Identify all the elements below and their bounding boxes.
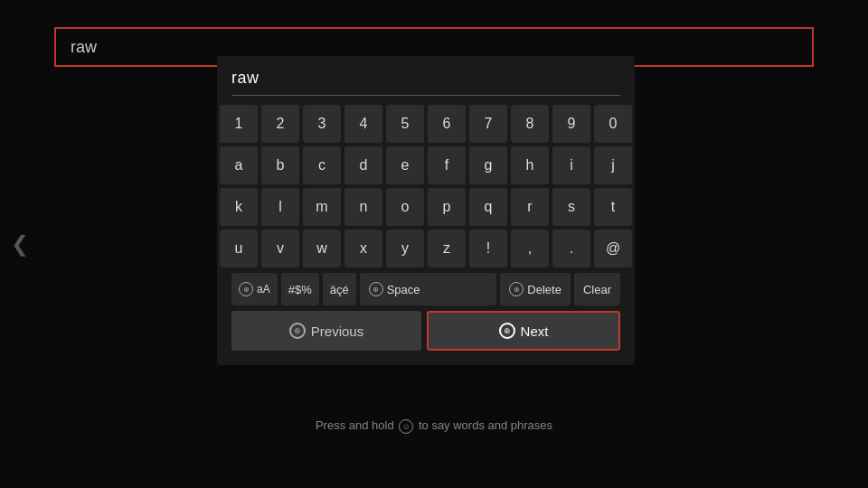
key-p[interactable]: p	[428, 188, 466, 226]
alpha-row-3: u v w x y z ! , . @	[231, 230, 620, 267]
caps-button[interactable]: ⊕ aA	[231, 273, 278, 305]
hash-label: #$%	[288, 283, 312, 296]
key-m[interactable]: m	[303, 188, 341, 226]
next-label: Next	[521, 324, 549, 339]
number-row: 1 2 3 4 5 6 7 8 9 0	[231, 105, 620, 143]
key-c[interactable]: c	[303, 146, 341, 184]
previous-icon: ⊕	[289, 323, 306, 339]
alpha-row-2: k l m n o p q r s t	[231, 188, 620, 226]
function-row: ⊕ aA #$% äçé ⊕ Space ⊕ Delete Clear	[231, 273, 620, 305]
key-o[interactable]: o	[386, 188, 424, 226]
key-a[interactable]: a	[220, 146, 258, 184]
next-icon: ⊕	[499, 323, 515, 339]
key-3[interactable]: 3	[303, 105, 341, 143]
key-4[interactable]: 4	[344, 105, 382, 143]
key-at[interactable]: @	[594, 230, 632, 267]
key-r[interactable]: r	[511, 188, 549, 226]
hint-suffix: to say words and phrases	[419, 418, 552, 432]
key-8[interactable]: 8	[511, 105, 549, 143]
previous-button[interactable]: ⊕ Previous	[231, 311, 421, 351]
key-5[interactable]: 5	[386, 105, 424, 143]
key-j[interactable]: j	[594, 146, 632, 184]
key-v[interactable]: v	[261, 230, 299, 267]
key-u[interactable]: u	[220, 230, 258, 267]
key-2[interactable]: 2	[261, 105, 299, 143]
key-d[interactable]: d	[344, 146, 382, 184]
accents-button[interactable]: äçé	[323, 273, 356, 305]
search-text: raw	[71, 38, 97, 57]
key-t[interactable]: t	[594, 188, 632, 226]
nav-row: ⊕ Previous ⊕ Next	[231, 311, 620, 351]
caps-label: aA	[257, 283, 270, 296]
delete-button[interactable]: ⊕ Delete	[500, 273, 571, 305]
key-f[interactable]: f	[428, 146, 466, 184]
key-n[interactable]: n	[344, 188, 382, 226]
key-l[interactable]: l	[261, 188, 299, 226]
space-button[interactable]: ⊕ Space	[360, 273, 497, 305]
key-h[interactable]: h	[511, 146, 549, 184]
hash-button[interactable]: #$%	[281, 273, 319, 305]
alpha-row-1: a b c d e f g h i j	[231, 146, 620, 184]
space-label: Space	[387, 283, 420, 296]
key-k[interactable]: k	[220, 188, 258, 226]
hint-mic-icon: ☺	[399, 419, 413, 434]
key-b[interactable]: b	[261, 146, 299, 184]
clear-label: Clear	[583, 283, 611, 296]
key-0[interactable]: 0	[594, 105, 632, 143]
previous-label: Previous	[311, 324, 363, 339]
key-z[interactable]: z	[428, 230, 466, 267]
left-nav-arrow[interactable]: ❮	[11, 231, 29, 257]
key-7[interactable]: 7	[469, 105, 507, 143]
clear-button[interactable]: Clear	[574, 273, 620, 305]
caps-icon: ⊕	[239, 282, 253, 296]
key-9[interactable]: 9	[552, 105, 590, 143]
delete-label: Delete	[527, 283, 561, 296]
key-6[interactable]: 6	[428, 105, 466, 143]
space-icon: ⊕	[369, 282, 383, 296]
accents-label: äçé	[330, 283, 349, 296]
key-y[interactable]: y	[386, 230, 424, 267]
key-w[interactable]: w	[303, 230, 341, 267]
key-i[interactable]: i	[552, 146, 590, 184]
keyboard-panel: raw 1 2 3 4 5 6 7 8 9 0 a b c d e f g h …	[217, 56, 635, 365]
key-period[interactable]: .	[552, 230, 590, 267]
key-s[interactable]: s	[552, 188, 590, 226]
key-1[interactable]: 1	[220, 105, 258, 143]
key-q[interactable]: q	[469, 188, 507, 226]
key-g[interactable]: g	[469, 146, 507, 184]
key-rows: 1 2 3 4 5 6 7 8 9 0 a b c d e f g h i j …	[231, 105, 620, 267]
key-x[interactable]: x	[344, 230, 382, 267]
key-e[interactable]: e	[386, 146, 424, 184]
delete-icon: ⊕	[509, 282, 524, 296]
key-comma[interactable]: ,	[511, 230, 549, 267]
next-button[interactable]: ⊕ Next	[427, 311, 620, 351]
key-exclaim[interactable]: !	[469, 230, 507, 267]
hint-prefix: Press and hold	[316, 418, 394, 432]
input-display: raw	[231, 69, 620, 96]
hint-bar: Press and hold ☺ to say words and phrase…	[0, 418, 868, 434]
